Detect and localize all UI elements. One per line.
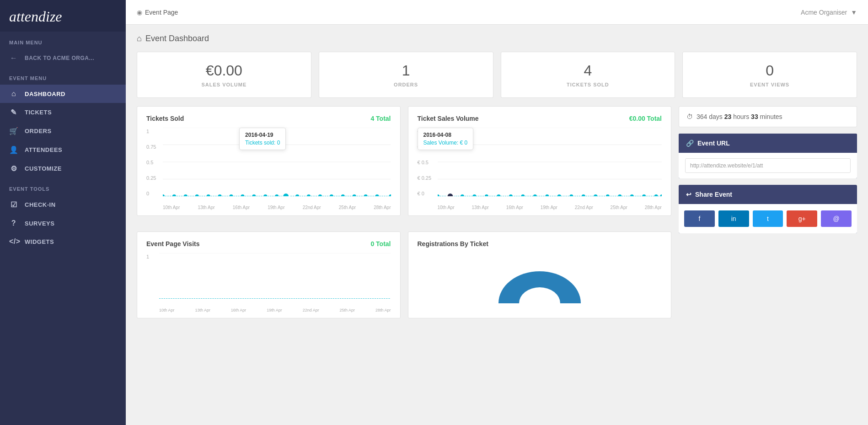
registrations-by-ticket-title: Registrations By Ticket [418,240,488,247]
stats-row: €0.00 SALES VOLUME 1 ORDERS 4 TICKETS SO… [137,52,857,98]
svg-point-6 [172,194,176,196]
home-icon: ⌂ [9,90,18,98]
event-page-visits-title: Event Page Visits [146,240,199,247]
svg-point-47 [630,194,633,196]
share-icon: ↩ [686,191,691,198]
app-logo: attendize [9,8,62,25]
sidebar-item-surveys[interactable]: ? SURVEYS [0,214,126,232]
sidebar-item-attendees[interactable]: 👤 ATTENDEES [0,140,126,159]
svg-point-40 [545,194,549,196]
svg-point-49 [654,194,658,196]
share-linkedin-button[interactable]: in [718,210,749,227]
sidebar-item-customize[interactable]: ⚙ CUSTOMIZE [0,159,126,178]
ticket-sales-volume-svg [438,128,662,196]
svg-point-43 [581,194,585,196]
sidebar-checkin-label: CHECK-IN [25,201,56,208]
right-col: ⏱ 364 days 23 hours 33 minutes 🔗 Event U… [679,106,857,318]
sidebar-item-widgets[interactable]: </> WIDGETS [0,232,126,251]
tickets-sold-chart-title: Tickets Sold [146,115,184,122]
link-icon: 🔗 [686,140,694,147]
stat-card-orders: 1 ORDERS [319,52,493,98]
tickets-sold-y-labels: 1 0.75 0.5 0.25 0 [146,128,156,196]
sidebar-item-checkin[interactable]: ☑ CHECK-IN [0,195,126,214]
svg-point-33 [461,194,464,196]
event-url-card: 🔗 Event URL [679,134,857,178]
event-page-visits-svg [159,253,391,299]
sidebar: attendize MAIN MENU ← BACK TO ACME ORGA.… [0,0,126,425]
sales-volume-label: SALES VOLUME [146,82,302,87]
stat-card-tickets-sold: 4 TICKETS SOLD [501,52,675,98]
event-views-label: EVENT VIEWS [692,82,847,87]
svg-point-44 [594,194,597,196]
tickets-sold-svg [163,128,391,196]
ticket-sales-volume-chart-area: € 1 € 0.75 € 0.5 € 0.25 € 0 [418,128,662,210]
svg-point-32 [447,193,453,196]
share-twitter-button[interactable]: t [753,210,783,227]
svg-point-17 [295,194,299,196]
bottom-charts-row: Event Page Visits 0 Total 1 [137,231,671,318]
stat-card-event-views: 0 EVENT VIEWS [682,52,857,98]
timer-text: 364 days 23 hours 33 minutes [697,113,782,120]
share-event-title: Share Event [695,191,732,198]
svg-point-8 [195,194,199,196]
svg-point-36 [497,194,500,196]
sidebar-item-tickets[interactable]: ✎ TICKETS [0,103,126,122]
tickets-sold-chart-header: Tickets Sold 4 Total [146,115,391,122]
main-menu-label: MAIN MENU [0,32,126,49]
user-menu[interactable]: Acme Organiser ▼ [799,9,857,16]
svg-point-38 [521,194,525,196]
svg-point-18 [307,194,311,196]
share-event-header: ↩ Share Event [679,185,857,204]
event-url-input[interactable] [685,158,851,173]
svg-point-35 [485,194,488,196]
eye-icon: ◉ [137,9,142,16]
timer-icon: ⏱ [686,113,693,120]
event-page-visits-x-labels: 10th Apr 13th Apr 16th Apr 19th Apr 22nd… [159,308,391,312]
svg-point-37 [509,194,512,196]
svg-point-16 [283,193,289,196]
svg-point-39 [533,194,536,196]
event-page-label[interactable]: Event Page [145,9,178,16]
home-page-icon: ⌂ [137,34,142,43]
dropdown-arrow: ▼ [851,9,857,16]
stat-card-sales-volume: €0.00 SALES VOLUME [137,52,311,98]
event-page-visits-header: Event Page Visits 0 Total [146,240,391,247]
tickets-sold-label: TICKETS SOLD [510,82,666,87]
tickets-sold-chart-total: 4 Total [370,115,391,122]
share-event-body: f in t g+ @ [679,204,857,233]
svg-point-11 [230,194,233,196]
svg-point-46 [618,194,622,196]
event-page-visits-y-labels: 1 [146,253,149,299]
top-charts-row: Tickets Sold 4 Total 1 0.75 0.5 0.25 0 [137,106,671,216]
event-page-visits-total: 0 Total [370,240,391,247]
sidebar-item-orders[interactable]: 🛒 ORDERS [0,122,126,140]
share-googleplus-button[interactable]: g+ [787,210,817,227]
pie-chart-svg [494,253,585,308]
customize-icon: ⚙ [9,164,18,173]
sidebar-item-back[interactable]: ← BACK TO ACME ORGA... [0,49,126,67]
topbar-left: ◉ Event Page [137,9,178,16]
tickets-sold-chart-area: 1 0.75 0.5 0.25 0 [146,128,391,210]
sidebar-item-dashboard[interactable]: ⌂ DASHBOARD [0,85,126,103]
event-url-body [679,153,857,178]
svg-point-5 [163,194,165,196]
svg-point-19 [318,194,322,196]
svg-point-7 [184,194,188,196]
svg-point-31 [438,194,439,196]
registrations-by-ticket-header: Registrations By Ticket [418,240,662,247]
user-name: Acme Organiser [801,9,847,16]
svg-point-10 [218,194,222,196]
tickets-sold-chart-card: Tickets Sold 4 Total 1 0.75 0.5 0.25 0 [137,106,401,216]
charts-col: Tickets Sold 4 Total 1 0.75 0.5 0.25 0 [137,106,671,318]
svg-point-15 [275,194,279,196]
event-url-header: 🔗 Event URL [679,134,857,153]
logo-area: attendize [0,0,126,32]
svg-point-21 [341,194,345,196]
ticket-sales-volume-chart-title: Ticket Sales Volume [418,115,479,122]
event-page-visits-chart-card: Event Page Visits 0 Total 1 [137,231,401,318]
share-email-button[interactable]: @ [821,210,852,227]
share-facebook-button[interactable]: f [684,210,715,227]
sidebar-back-label: BACK TO ACME ORGA... [25,55,94,61]
svg-point-14 [263,194,267,196]
topbar: ◉ Event Page Acme Organiser ▼ [126,0,868,25]
